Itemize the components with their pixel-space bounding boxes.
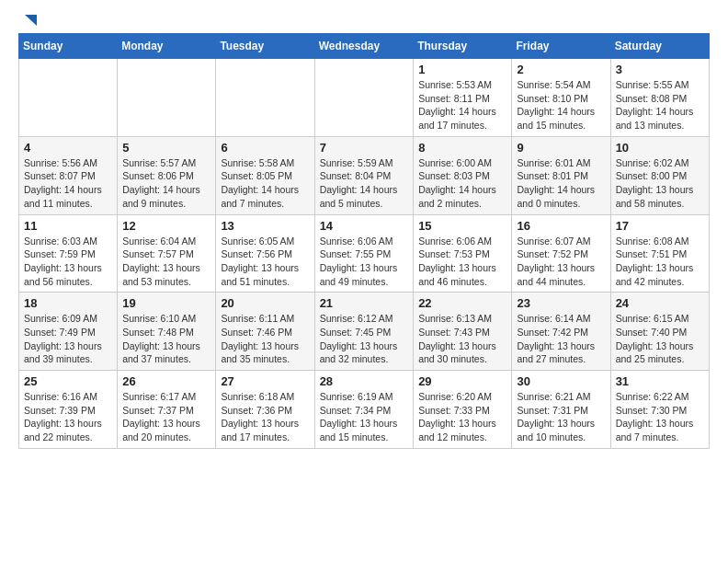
day-info: Sunrise: 6:14 AM Sunset: 7:42 PM Dayligh… bbox=[517, 312, 605, 366]
day-cell: 13Sunrise: 6:05 AM Sunset: 7:56 PM Dayli… bbox=[216, 214, 314, 293]
day-number: 6 bbox=[221, 141, 309, 155]
day-cell bbox=[118, 59, 216, 137]
logo bbox=[18, 15, 37, 28]
day-number: 11 bbox=[24, 219, 112, 233]
svg-marker-0 bbox=[25, 15, 37, 26]
day-number: 22 bbox=[418, 296, 506, 310]
day-info: Sunrise: 5:57 AM Sunset: 8:06 PM Dayligh… bbox=[122, 156, 210, 211]
week-row-4: 18Sunrise: 6:09 AM Sunset: 7:49 PM Dayli… bbox=[19, 293, 710, 371]
day-cell: 12Sunrise: 6:04 AM Sunset: 7:57 PM Dayli… bbox=[118, 214, 216, 293]
calendar-table: SundayMondayTuesdayWednesdayThursdayFrid… bbox=[18, 33, 710, 449]
day-number: 12 bbox=[122, 219, 210, 233]
day-info: Sunrise: 5:55 AM Sunset: 8:08 PM Dayligh… bbox=[616, 78, 704, 132]
day-cell: 5Sunrise: 5:57 AM Sunset: 8:06 PM Daylig… bbox=[118, 136, 216, 214]
day-info: Sunrise: 6:04 AM Sunset: 7:57 PM Dayligh… bbox=[122, 235, 210, 289]
day-cell: 20Sunrise: 6:11 AM Sunset: 7:46 PM Dayli… bbox=[216, 293, 314, 371]
calendar-body: 1Sunrise: 5:53 AM Sunset: 8:11 PM Daylig… bbox=[19, 59, 710, 449]
week-row-1: 1Sunrise: 5:53 AM Sunset: 8:11 PM Daylig… bbox=[19, 59, 710, 137]
day-cell: 22Sunrise: 6:13 AM Sunset: 7:43 PM Dayli… bbox=[414, 293, 512, 371]
header-row: SundayMondayTuesdayWednesdayThursdayFrid… bbox=[19, 34, 710, 59]
page-header bbox=[18, 15, 710, 28]
week-row-2: 4Sunrise: 5:56 AM Sunset: 8:07 PM Daylig… bbox=[19, 136, 710, 214]
day-number: 18 bbox=[24, 296, 112, 310]
day-info: Sunrise: 6:09 AM Sunset: 7:49 PM Dayligh… bbox=[24, 312, 112, 366]
day-cell: 27Sunrise: 6:18 AM Sunset: 7:36 PM Dayli… bbox=[216, 371, 314, 449]
header-cell-saturday: Saturday bbox=[610, 34, 709, 59]
day-number: 15 bbox=[418, 219, 506, 233]
day-cell: 8Sunrise: 6:00 AM Sunset: 8:03 PM Daylig… bbox=[414, 136, 512, 214]
day-cell: 28Sunrise: 6:19 AM Sunset: 7:34 PM Dayli… bbox=[314, 371, 414, 449]
header-cell-thursday: Thursday bbox=[414, 34, 512, 59]
day-info: Sunrise: 6:13 AM Sunset: 7:43 PM Dayligh… bbox=[418, 312, 506, 366]
day-number: 23 bbox=[517, 296, 605, 310]
day-info: Sunrise: 6:01 AM Sunset: 8:01 PM Dayligh… bbox=[517, 156, 605, 211]
day-cell: 19Sunrise: 6:10 AM Sunset: 7:48 PM Dayli… bbox=[118, 293, 216, 371]
day-info: Sunrise: 6:22 AM Sunset: 7:30 PM Dayligh… bbox=[616, 390, 704, 444]
day-number: 1 bbox=[418, 63, 506, 76]
day-info: Sunrise: 6:02 AM Sunset: 8:00 PM Dayligh… bbox=[616, 156, 704, 211]
header-cell-friday: Friday bbox=[512, 34, 610, 59]
day-info: Sunrise: 6:11 AM Sunset: 7:46 PM Dayligh… bbox=[221, 312, 309, 366]
header-cell-sunday: Sunday bbox=[19, 34, 118, 59]
day-cell: 17Sunrise: 6:08 AM Sunset: 7:51 PM Dayli… bbox=[610, 214, 709, 293]
day-info: Sunrise: 6:06 AM Sunset: 7:53 PM Dayligh… bbox=[418, 235, 506, 289]
week-row-3: 11Sunrise: 6:03 AM Sunset: 7:59 PM Dayli… bbox=[19, 214, 710, 293]
day-info: Sunrise: 6:18 AM Sunset: 7:36 PM Dayligh… bbox=[221, 390, 309, 444]
day-number: 21 bbox=[320, 296, 409, 310]
day-number: 7 bbox=[320, 141, 409, 155]
day-number: 4 bbox=[24, 141, 112, 155]
day-cell: 24Sunrise: 6:15 AM Sunset: 7:40 PM Dayli… bbox=[610, 293, 709, 371]
day-number: 10 bbox=[616, 141, 704, 155]
day-info: Sunrise: 6:16 AM Sunset: 7:39 PM Dayligh… bbox=[24, 390, 112, 444]
day-info: Sunrise: 6:05 AM Sunset: 7:56 PM Dayligh… bbox=[221, 235, 309, 289]
header-cell-monday: Monday bbox=[118, 34, 216, 59]
day-info: Sunrise: 6:21 AM Sunset: 7:31 PM Dayligh… bbox=[517, 390, 605, 444]
day-cell: 1Sunrise: 5:53 AM Sunset: 8:11 PM Daylig… bbox=[414, 59, 512, 137]
day-number: 2 bbox=[517, 63, 605, 76]
day-info: Sunrise: 6:08 AM Sunset: 7:51 PM Dayligh… bbox=[616, 235, 704, 289]
day-number: 25 bbox=[24, 374, 112, 388]
day-cell: 15Sunrise: 6:06 AM Sunset: 7:53 PM Dayli… bbox=[414, 214, 512, 293]
day-cell: 7Sunrise: 5:59 AM Sunset: 8:04 PM Daylig… bbox=[314, 136, 414, 214]
day-cell: 29Sunrise: 6:20 AM Sunset: 7:33 PM Dayli… bbox=[414, 371, 512, 449]
day-info: Sunrise: 5:54 AM Sunset: 8:10 PM Dayligh… bbox=[517, 78, 605, 132]
day-cell: 21Sunrise: 6:12 AM Sunset: 7:45 PM Dayli… bbox=[314, 293, 414, 371]
day-number: 30 bbox=[517, 374, 605, 388]
day-number: 3 bbox=[616, 63, 704, 76]
day-cell: 31Sunrise: 6:22 AM Sunset: 7:30 PM Dayli… bbox=[610, 371, 709, 449]
day-number: 16 bbox=[517, 219, 605, 233]
week-row-5: 25Sunrise: 6:16 AM Sunset: 7:39 PM Dayli… bbox=[19, 371, 710, 449]
day-number: 8 bbox=[418, 141, 506, 155]
day-number: 27 bbox=[221, 374, 309, 388]
day-info: Sunrise: 6:10 AM Sunset: 7:48 PM Dayligh… bbox=[122, 312, 210, 366]
day-info: Sunrise: 6:17 AM Sunset: 7:37 PM Dayligh… bbox=[122, 390, 210, 444]
day-info: Sunrise: 6:20 AM Sunset: 7:33 PM Dayligh… bbox=[418, 390, 506, 444]
day-info: Sunrise: 6:07 AM Sunset: 7:52 PM Dayligh… bbox=[517, 235, 605, 289]
day-number: 29 bbox=[418, 374, 506, 388]
day-info: Sunrise: 6:15 AM Sunset: 7:40 PM Dayligh… bbox=[616, 312, 704, 366]
day-cell bbox=[216, 59, 314, 137]
day-cell: 10Sunrise: 6:02 AM Sunset: 8:00 PM Dayli… bbox=[610, 136, 709, 214]
day-cell bbox=[19, 59, 118, 137]
day-cell: 16Sunrise: 6:07 AM Sunset: 7:52 PM Dayli… bbox=[512, 214, 610, 293]
day-cell: 3Sunrise: 5:55 AM Sunset: 8:08 PM Daylig… bbox=[610, 59, 709, 137]
day-cell: 26Sunrise: 6:17 AM Sunset: 7:37 PM Dayli… bbox=[118, 371, 216, 449]
day-number: 17 bbox=[616, 219, 704, 233]
day-number: 20 bbox=[221, 296, 309, 310]
day-cell: 2Sunrise: 5:54 AM Sunset: 8:10 PM Daylig… bbox=[512, 59, 610, 137]
day-cell: 18Sunrise: 6:09 AM Sunset: 7:49 PM Dayli… bbox=[19, 293, 118, 371]
day-info: Sunrise: 5:56 AM Sunset: 8:07 PM Dayligh… bbox=[24, 156, 112, 211]
day-info: Sunrise: 6:12 AM Sunset: 7:45 PM Dayligh… bbox=[320, 312, 409, 366]
day-info: Sunrise: 6:06 AM Sunset: 7:55 PM Dayligh… bbox=[320, 235, 409, 289]
day-info: Sunrise: 5:53 AM Sunset: 8:11 PM Dayligh… bbox=[418, 78, 506, 132]
header-cell-wednesday: Wednesday bbox=[314, 34, 414, 59]
day-cell: 4Sunrise: 5:56 AM Sunset: 8:07 PM Daylig… bbox=[19, 136, 118, 214]
day-info: Sunrise: 6:19 AM Sunset: 7:34 PM Dayligh… bbox=[320, 390, 409, 444]
day-info: Sunrise: 5:58 AM Sunset: 8:05 PM Dayligh… bbox=[221, 156, 309, 211]
day-cell: 25Sunrise: 6:16 AM Sunset: 7:39 PM Dayli… bbox=[19, 371, 118, 449]
day-cell: 23Sunrise: 6:14 AM Sunset: 7:42 PM Dayli… bbox=[512, 293, 610, 371]
day-number: 5 bbox=[122, 141, 210, 155]
calendar-header: SundayMondayTuesdayWednesdayThursdayFrid… bbox=[19, 34, 710, 59]
day-info: Sunrise: 6:03 AM Sunset: 7:59 PM Dayligh… bbox=[24, 235, 112, 289]
day-number: 31 bbox=[616, 374, 704, 388]
